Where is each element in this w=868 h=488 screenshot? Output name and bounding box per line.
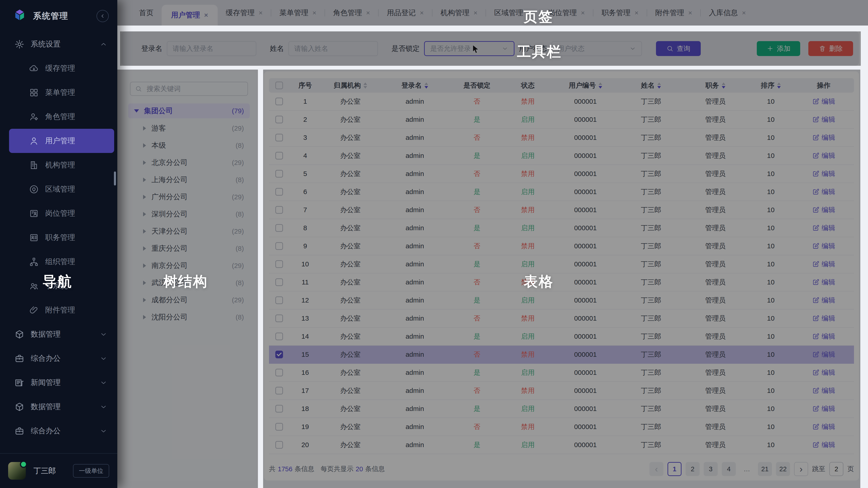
caret-right-icon[interactable] [143, 263, 146, 268]
tab[interactable]: 岗位管理 × [540, 0, 593, 26]
delete-button[interactable]: 删除 [808, 41, 853, 56]
sidebar-item[interactable]: 职务管理 [9, 225, 114, 250]
close-icon[interactable]: × [688, 9, 692, 16]
table-row[interactable]: 16 办公室 admin 是 启用 000001 丁三郎 管理员 10 编辑 [269, 364, 854, 382]
tree-search-box[interactable] [130, 82, 248, 96]
tab[interactable]: 用品登记 × [379, 0, 432, 26]
edit-button[interactable]: 编辑 [812, 386, 835, 395]
page-button[interactable]: 21 [758, 462, 772, 476]
sidebar-item[interactable]: 综合办公 [9, 346, 114, 370]
caret-right-icon[interactable] [143, 315, 146, 320]
caret-right-icon[interactable] [143, 126, 146, 131]
caret-right-icon[interactable] [143, 281, 146, 285]
caret-right-icon[interactable] [143, 143, 146, 148]
row-checkbox[interactable] [275, 260, 283, 268]
table-row[interactable]: 17 办公室 admin 否 禁用 000001 丁三郎 管理员 10 编辑 [269, 382, 854, 400]
column-header[interactable]: 状态 [504, 81, 552, 90]
tree-node[interactable]: 游客 (29) [121, 120, 256, 137]
column-header[interactable]: 排序 [748, 81, 794, 90]
row-checkbox[interactable] [275, 206, 283, 214]
row-checkbox[interactable] [275, 98, 283, 105]
tab[interactable]: 职务管理 × [593, 0, 647, 26]
tree-node[interactable]: 南京分公司 (29) [121, 257, 256, 274]
tree-node[interactable]: 沈阳分公司 (8) [121, 308, 256, 326]
edit-button[interactable]: 编辑 [812, 151, 835, 160]
row-checkbox[interactable] [275, 116, 283, 123]
tab[interactable]: 区域管理 × [486, 0, 539, 26]
edit-button[interactable]: 编辑 [812, 205, 835, 215]
table-row[interactable]: 13 办公室 admin 否 禁用 000001 丁三郎 管理员 10 编辑 [269, 310, 854, 328]
tab[interactable]: 角色管理 × [325, 0, 378, 26]
edit-button[interactable]: 编辑 [812, 296, 835, 305]
caret-right-icon[interactable] [143, 160, 146, 165]
edit-button[interactable]: 编辑 [812, 350, 835, 359]
edit-button[interactable]: 编辑 [812, 440, 835, 450]
close-icon[interactable]: × [420, 9, 424, 16]
tree-node[interactable]: 深圳分公司 (8) [121, 205, 256, 223]
tab[interactable]: 附件管理 × [647, 0, 701, 26]
edit-button[interactable]: 编辑 [812, 133, 835, 142]
tree-node[interactable]: 广州分公司 (29) [121, 188, 256, 205]
tree-node[interactable]: 北京分公司 (29) [121, 154, 256, 171]
sidebar-item[interactable]: 系统设置 [9, 32, 114, 56]
sort-icon[interactable] [722, 83, 725, 89]
caret-right-icon[interactable] [143, 195, 146, 199]
table-row[interactable]: 6 办公室 admin 是 启用 000001 丁三郎 管理员 10 编辑 [269, 183, 854, 201]
row-checkbox[interactable] [275, 152, 283, 160]
sidebar-collapse-button[interactable] [96, 10, 109, 22]
sort-icon[interactable] [364, 83, 367, 89]
column-header[interactable]: 是否锁定 [450, 81, 504, 90]
name-input[interactable] [288, 41, 378, 56]
lock-select[interactable]: 是否允许登录 [424, 41, 515, 56]
row-checkbox[interactable] [275, 441, 283, 449]
tree-node[interactable]: 上海分公司 (8) [121, 171, 256, 188]
row-checkbox[interactable] [275, 351, 283, 358]
edit-button[interactable]: 编辑 [812, 223, 835, 233]
table-row[interactable]: 15 办公室 admin 否 禁用 000001 丁三郎 管理员 10 编辑 [269, 346, 854, 364]
row-checkbox[interactable] [275, 405, 283, 413]
edit-button[interactable]: 编辑 [812, 187, 835, 197]
tree-node[interactable]: 成都分公司 (29) [121, 291, 256, 308]
close-icon[interactable]: × [366, 9, 370, 16]
tree-node-root[interactable]: 集团公司 (79) [128, 103, 250, 119]
close-icon[interactable]: × [634, 9, 639, 16]
caret-right-icon[interactable] [143, 298, 146, 302]
sidebar-item[interactable]: 数据管理 [9, 395, 114, 419]
row-checkbox[interactable] [275, 315, 283, 322]
sort-icon[interactable] [598, 83, 602, 89]
column-header[interactable]: 序号 [289, 81, 321, 90]
tree-node[interactable]: 重庆分公司 (8) [121, 240, 256, 257]
row-checkbox[interactable] [275, 278, 283, 286]
row-checkbox[interactable] [275, 296, 283, 304]
close-icon[interactable]: × [527, 9, 531, 16]
table-row[interactable]: 10 办公室 admin 是 启用 000001 丁三郎 管理员 10 编辑 [269, 255, 854, 273]
prev-page-button[interactable]: ‹ [649, 462, 663, 476]
column-header[interactable]: 归属机构 [321, 81, 380, 90]
caret-down-icon[interactable] [134, 109, 139, 112]
table-row[interactable]: 11 办公室 admin 否 禁用 000001 丁三郎 管理员 10 编辑 [269, 273, 854, 291]
sidebar-item[interactable]: 角色管理 [9, 105, 114, 129]
table-row[interactable]: 20 办公室 admin 是 启用 000001 丁三郎 管理员 10 编辑 [269, 436, 854, 454]
table-row[interactable]: 5 办公室 admin 否 禁用 000001 丁三郎 管理员 10 编辑 [269, 165, 854, 183]
edit-button[interactable]: 编辑 [812, 260, 835, 269]
table-row[interactable]: 19 办公室 admin 否 禁用 000001 丁三郎 管理员 10 编辑 [269, 418, 854, 436]
sidebar-scrollbar-thumb[interactable] [114, 171, 116, 186]
tree-search-input[interactable] [146, 85, 243, 93]
table-row[interactable]: 1 办公室 admin 否 禁用 000001 丁三郎 管理员 10 编辑 [269, 93, 854, 111]
row-checkbox[interactable] [275, 369, 283, 377]
add-button[interactable]: 添加 [757, 41, 800, 56]
sort-icon[interactable] [777, 83, 781, 89]
edit-button[interactable]: 编辑 [812, 332, 835, 341]
edit-button[interactable]: 编辑 [812, 314, 835, 323]
select-all-checkbox[interactable] [275, 82, 283, 89]
sort-icon[interactable] [425, 83, 428, 89]
tab[interactable]: 缓存管理 × [218, 0, 271, 26]
table-row[interactable]: 3 办公室 admin 否 禁用 000001 丁三郎 管理员 10 编辑 [269, 129, 854, 147]
tab[interactable]: 机构管理 × [432, 0, 486, 26]
close-icon[interactable]: × [473, 9, 477, 16]
edit-button[interactable]: 编辑 [812, 422, 835, 431]
caret-right-icon[interactable] [143, 212, 146, 217]
search-button[interactable]: 查询 [656, 41, 701, 56]
tree-node[interactable]: 本级 (8) [121, 137, 256, 154]
row-checkbox[interactable] [275, 423, 283, 431]
